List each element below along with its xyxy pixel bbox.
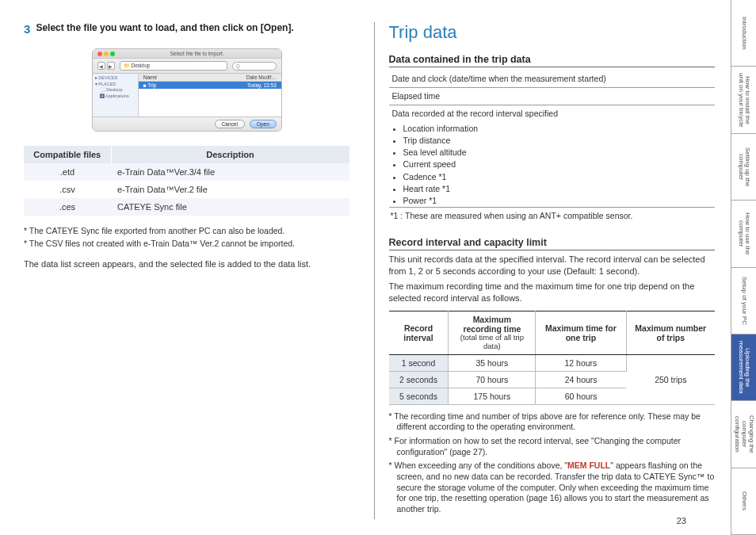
dialog-titlebar: Select the file to import. (93, 49, 281, 59)
step-title: Select the file you want to load, and th… (36, 22, 293, 33)
nav-setup-computer[interactable]: Setting up the computer (731, 134, 756, 201)
file-list: NameDate Modif… ■ TripToday, 13:53 (139, 74, 281, 117)
nav-others[interactable]: Others (731, 468, 756, 535)
nav-changing-config[interactable]: Changing the computer configuration (731, 401, 756, 468)
mem-full-label: MEM FULL (567, 460, 610, 470)
path-selector[interactable]: 📁 Desktop (120, 61, 227, 71)
page-title: Trip data (389, 22, 716, 43)
forward-icon[interactable]: ▶ (107, 62, 115, 70)
dialog-title: Select the file to import. (118, 51, 277, 56)
compatible-files-table: Compatible filesDescription .etde-Train … (24, 146, 350, 216)
search-input[interactable]: Q (232, 62, 277, 71)
section-heading: Data contained in the trip data (389, 54, 716, 67)
trip-data-contents: Date and clock (date/time when the measu… (389, 71, 716, 224)
table-cell: .etd (24, 163, 111, 181)
dialog-toolbar: ◀ ▶ 📁 Desktop Q (93, 59, 281, 74)
body-text: The data list screen appears, and the se… (24, 258, 350, 270)
section-heading: Record interval and capacity limit (389, 237, 716, 250)
section-nav: Introduction How to install the unit on … (731, 0, 756, 535)
open-button[interactable]: Open (250, 120, 277, 128)
nav-introduction[interactable]: Introduction (731, 0, 756, 67)
back-icon[interactable]: ◀ (97, 62, 105, 70)
dialog-sidebar: ▸ DEVICES ▾ PLACES 📃 Desktop 🅰 Applicati… (93, 74, 139, 117)
nav-install[interactable]: How to install the unit on your bicycle (731, 67, 756, 133)
record-interval-table: Record interval Maximum recording time(t… (389, 311, 716, 405)
nav-uploading[interactable]: Uploading the measurement data (731, 334, 756, 401)
nav-how-to-use[interactable]: How to use the computer (731, 201, 756, 267)
page-number: 23 (677, 516, 686, 525)
step-header: 3 Select the file you want to load, and … (24, 22, 350, 36)
bottom-notes: * The recording time and number of trips… (389, 411, 716, 515)
notes: * The CATEYE Sync file exported from ano… (24, 225, 350, 249)
nav-setup-pc[interactable]: Setup of your PC (731, 268, 756, 334)
cancel-button[interactable]: Cancel (215, 120, 245, 128)
list-item[interactable]: ■ TripToday, 13:53 (139, 82, 281, 89)
step-number: 3 (24, 22, 30, 36)
file-dialog-figure: Select the file to import. ◀ ▶ 📁 Desktop… (92, 48, 282, 132)
